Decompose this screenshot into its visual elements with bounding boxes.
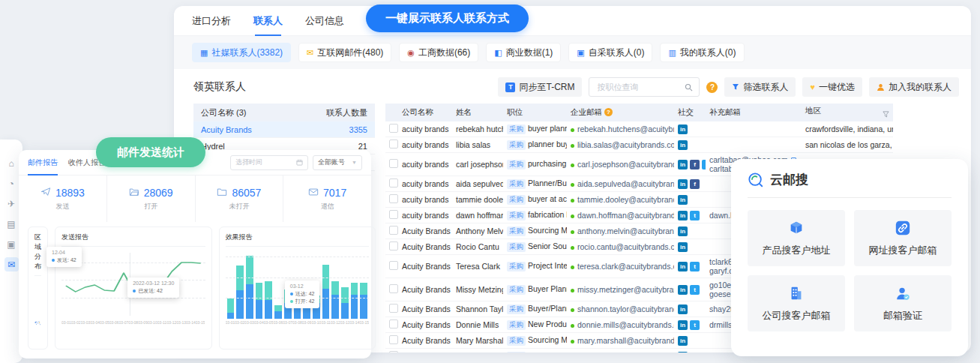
twitter-icon[interactable]: t (690, 320, 700, 330)
mail-icon (308, 187, 319, 200)
row-checkbox[interactable] (389, 140, 398, 148)
linkedin-icon[interactable]: in (678, 211, 688, 220)
tab-0[interactable]: 进口分析 (192, 6, 231, 36)
linkedin-icon[interactable]: in (678, 336, 688, 346)
account-select[interactable]: 全部账号 ▼ (313, 155, 362, 170)
bar-seg-open (331, 281, 339, 295)
send-icon[interactable]: ✈ (4, 196, 19, 211)
cloud-tile-邮箱验证[interactable]: 邮箱验证 (854, 275, 952, 332)
linkedin-icon[interactable]: in (678, 304, 688, 314)
person-icon: ◉ (407, 49, 415, 57)
date-range-picker[interactable]: 选择时间 (230, 155, 308, 170)
cell-email: carl.josephson@acuitybrands.com (567, 153, 674, 176)
position-search-input[interactable] (595, 82, 682, 92)
briefcase-icon[interactable]: ▤ (4, 217, 19, 231)
gallery-icon[interactable]: ▣ (4, 237, 19, 251)
bar-seg-open (274, 305, 282, 311)
cloud-tile-产品搜客户地址[interactable]: 产品搜客户地址 (748, 210, 845, 266)
cell-email: dawn.hoffman@acuitybrands.com (567, 208, 674, 224)
one-click-optimize-button[interactable]: ♥ 一键优选 (802, 77, 862, 97)
filter-chip-2[interactable]: ◉工商数据(66) (399, 43, 478, 62)
filter-chip-5[interactable]: ▥我的联系人(0) (660, 43, 744, 62)
x-tick: 03-11 (321, 320, 331, 325)
company-table-header: 公司名称 (3) 联系人数量 (193, 104, 375, 122)
twitter-icon[interactable]: t (702, 160, 706, 170)
row-checkbox[interactable] (389, 210, 398, 219)
cell-email: aida.sepulveda@acuitybrands.com (567, 176, 674, 192)
buyer-badge: 采购 (507, 242, 526, 252)
cell-email: rebekah.hutchens@acuitybrands.com (567, 122, 674, 137)
tab-1[interactable]: 联系人 (253, 6, 283, 36)
region-filter-icon[interactable] (883, 110, 889, 119)
cell-social: in (674, 302, 706, 317)
row-checkbox[interactable] (389, 194, 398, 203)
stat-label: 打开 (144, 202, 157, 212)
grid-icon: ▦ (200, 49, 208, 57)
x-tick: 03-03 (81, 320, 91, 325)
question-icon[interactable]: ? (604, 108, 613, 116)
row-checkbox[interactable] (389, 226, 398, 235)
row-checkbox[interactable] (389, 178, 398, 188)
linkedin-icon[interactable]: in (678, 285, 688, 295)
cell-name: Shannon Taylor (452, 302, 503, 317)
twitter-icon[interactable]: t (690, 211, 700, 220)
facebook-icon[interactable]: f (690, 160, 700, 170)
table-row[interactable]: acuity brandslibia salas采购planner buyerl… (385, 137, 893, 153)
add-to-my-contacts-button[interactable]: 加入我的联系人 (869, 77, 959, 97)
cell-name: carl josephson (452, 153, 503, 176)
row-checkbox[interactable] (389, 320, 398, 328)
twitter-icon[interactable]: t (690, 262, 700, 272)
bar-seg-delivered (322, 289, 330, 319)
linkedin-icon[interactable]: in (678, 242, 688, 252)
map-chart-title: 区域分布 (34, 232, 41, 272)
row-checkbox[interactable] (389, 284, 398, 293)
row-checkbox[interactable] (389, 351, 398, 352)
mail-icon[interactable]: ✉ (4, 257, 19, 272)
series-dot (52, 259, 55, 262)
row-checkbox[interactable] (389, 261, 398, 270)
row-checkbox[interactable] (389, 124, 398, 133)
tooltip-title: 03-12 (290, 284, 315, 289)
cloud-search-logo-icon (748, 172, 764, 188)
filter-chip-3[interactable]: ◧商业数据(1) (486, 43, 561, 62)
filter-chip-1[interactable]: ✉互联网邮件(480) (298, 43, 391, 62)
linkedin-icon[interactable]: in (678, 262, 688, 272)
linkedin-icon[interactable]: in (678, 124, 688, 134)
sync-tcrm-button[interactable]: T 同步至T-CRM (498, 77, 582, 97)
cloud-tile-网址搜客户邮箱[interactable]: 网址搜客户邮箱 (854, 210, 952, 266)
row-checkbox[interactable] (389, 304, 398, 313)
linkedin-icon[interactable]: in (678, 160, 688, 170)
row-checkbox[interactable] (389, 159, 398, 168)
cloud-tile-公司搜客户邮箱[interactable]: 公司搜客户邮箱 (748, 275, 845, 332)
verified-dot-icon (571, 164, 574, 167)
filter-chip-0[interactable]: ▦社媒联系人(3382) (192, 43, 291, 62)
tab-mail-report[interactable]: 邮件报告 (28, 150, 58, 176)
linkedin-icon[interactable]: in (678, 320, 688, 330)
home-icon[interactable]: ⌂ (4, 156, 19, 170)
chevron-down-icon: ▼ (352, 160, 357, 165)
cell-email: donnie.mills@acuitybrands.com (567, 317, 674, 333)
filter-chip-4[interactable]: ▣自采联系人(0) (568, 43, 652, 62)
x-tick: 03-02 (235, 320, 244, 325)
x-tick: 03-09 (138, 320, 148, 325)
linkedin-icon[interactable]: in (678, 226, 688, 236)
linkedin-icon[interactable]: in (678, 195, 688, 205)
facebook-icon[interactable]: f (690, 179, 700, 189)
row-checkbox[interactable] (389, 335, 398, 344)
send-report-card: 发送报告 2022-03-12 12:30已发送: 42 03-0103-020… (55, 226, 212, 350)
filter-contacts-button[interactable]: 筛选联系人 (724, 77, 796, 97)
x-tick: 03-05 (264, 320, 274, 325)
linkedin-icon[interactable]: in (678, 352, 688, 352)
section-title: 领英联系人 (193, 80, 246, 94)
company-row-0[interactable]: Acuity Brands3355 (193, 122, 375, 138)
twitter-icon[interactable]: t (690, 285, 700, 295)
help-icon[interactable]: ? (706, 82, 718, 93)
buyer-badge: 采购 (507, 262, 526, 272)
email-text: tammie.dooley@acuitybrands.com (577, 195, 674, 204)
row-checkbox[interactable] (389, 242, 398, 250)
linkedin-icon[interactable]: in (678, 140, 688, 150)
linkedin-icon[interactable]: in (678, 179, 688, 189)
compass-icon[interactable]: ◔ (4, 176, 19, 190)
tab-2[interactable]: 公司信息 (305, 6, 344, 36)
table-row[interactable]: acuity brandsrebekah hutchens采购buyer pla… (385, 122, 893, 137)
